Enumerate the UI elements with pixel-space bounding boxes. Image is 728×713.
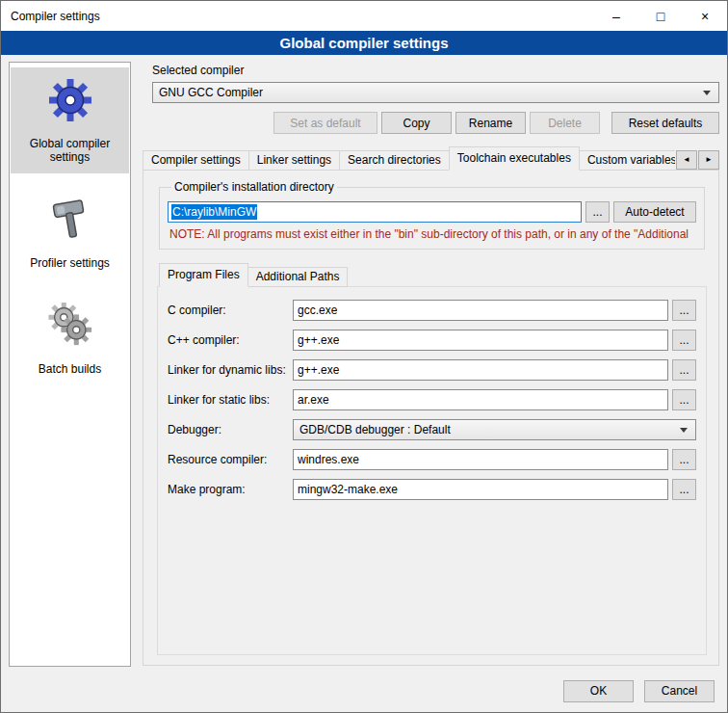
tab-toolchain-executables[interactable]: Toolchain executables (449, 146, 580, 171)
debugger-value: GDB/CDB debugger : Default (299, 423, 451, 436)
minimize-icon: – (612, 9, 620, 24)
cpp-compiler-label: C++ compiler: (168, 333, 293, 347)
c-compiler-browse-button[interactable]: ... (672, 300, 696, 321)
dialog-content: Global compiler settings Profiler settin… (1, 55, 727, 670)
installation-directory-row: C:\raylib\MinGW ... Auto-detect (168, 201, 696, 223)
cpp-compiler-input[interactable] (293, 330, 668, 351)
resource-compiler-input[interactable] (293, 449, 668, 470)
make-program-browse-button[interactable]: ... (672, 479, 696, 500)
tab-program-files[interactable]: Program Files (159, 263, 248, 287)
set-as-default-button: Set as default (273, 112, 377, 134)
selected-compiler-value: GNU GCC Compiler (159, 86, 263, 99)
bin-subdirectory-note: NOTE: All programs must exist either in … (169, 227, 694, 241)
linker-static-label: Linker for static libs: (168, 393, 293, 407)
field-row-make-program: Make program: ... (168, 479, 696, 500)
sidebar-item-batch-builds[interactable]: Batch builds (11, 293, 129, 385)
rename-button[interactable]: Rename (455, 112, 526, 134)
maximize-icon: □ (657, 9, 664, 24)
linker-static-browse-button[interactable]: ... (672, 389, 696, 410)
window-title: Compiler settings (1, 10, 100, 23)
main-panel: Selected compiler GNU GCC Compiler Set a… (143, 62, 719, 670)
close-icon: × (701, 9, 709, 24)
tab-additional-paths[interactable]: Additional Paths (247, 267, 349, 287)
field-row-debugger: Debugger: GDB/CDB debugger : Default (168, 419, 696, 440)
linker-dynamic-label: Linker for dynamic libs: (168, 363, 293, 377)
tab-strip: Compiler settings Linker settings Search… (143, 146, 675, 171)
tab-linker-settings[interactable]: Linker settings (248, 150, 340, 171)
selected-compiler-select[interactable]: GNU GCC Compiler (152, 82, 719, 103)
compiler-settings-window: Compiler settings – □ × Global compiler … (0, 0, 728, 713)
installation-directory-input[interactable]: C:\raylib\MinGW (168, 201, 582, 223)
arrow-left-icon: ◄ (683, 155, 690, 164)
linker-dynamic-input[interactable] (293, 359, 668, 381)
sidebar-item-label: Batch builds (39, 362, 101, 376)
gears-icon (47, 303, 93, 349)
auto-detect-button[interactable]: Auto-detect (613, 201, 696, 223)
c-compiler-label: C compiler: (168, 304, 293, 317)
resource-compiler-label: Resource compiler: (168, 453, 293, 466)
installation-directory-group: Compiler's installation directory C:\ray… (159, 180, 705, 250)
toolchain-executables-panel: Compiler's installation directory C:\ray… (143, 170, 719, 666)
field-row-linker-dynamic: Linker for dynamic libs: ... (168, 359, 696, 381)
sidebar-item-label: Global compiler settings (14, 137, 125, 164)
close-button[interactable]: × (683, 1, 727, 31)
tab-compiler-settings[interactable]: Compiler settings (143, 150, 249, 171)
chevron-down-icon (703, 91, 711, 95)
maximize-button[interactable]: □ (638, 1, 683, 31)
compiler-actions: Set as default Copy Rename Delete Reset … (143, 112, 719, 134)
installation-directory-group-label: Compiler's installation directory (171, 180, 337, 194)
installation-directory-browse-button[interactable]: ... (585, 201, 610, 223)
gear-icon (47, 77, 93, 123)
tab-custom-variables[interactable]: Custom variables (579, 150, 675, 171)
tab-bar: Compiler settings Linker settings Search… (143, 146, 719, 171)
installation-directory-value: C:\raylib\MinGW (171, 204, 257, 220)
sidebar-item-global-compiler-settings[interactable]: Global compiler settings (11, 67, 129, 173)
field-row-c-compiler: C compiler: ... (168, 300, 696, 321)
linker-dynamic-browse-button[interactable]: ... (672, 359, 696, 381)
tab-scroll-left-button[interactable]: ◄ (676, 150, 697, 170)
c-compiler-input[interactable] (293, 300, 668, 321)
arrow-right-icon: ► (705, 155, 713, 164)
field-row-linker-static: Linker for static libs: ... (168, 389, 696, 410)
minimize-button[interactable]: – (594, 1, 638, 31)
sidebar-item-profiler-settings[interactable]: Profiler settings (11, 187, 129, 279)
copy-button[interactable]: Copy (381, 112, 452, 134)
linker-static-input[interactable] (293, 389, 668, 410)
caption-buttons: – □ × (594, 1, 727, 31)
debugger-select[interactable]: GDB/CDB debugger : Default (293, 419, 696, 440)
program-files-tab-bar: Program Files Additional Paths (157, 263, 707, 287)
delete-button: Delete (530, 112, 600, 134)
titlebar[interactable]: Compiler settings – □ × (1, 1, 727, 31)
field-row-resource-compiler: Resource compiler: ... (168, 449, 696, 470)
tab-scroll-right-button[interactable]: ► (698, 150, 719, 170)
make-program-input[interactable] (293, 479, 668, 500)
sidebar-item-label: Profiler settings (30, 256, 110, 270)
tab-scroll-buttons: ◄ ► (676, 150, 719, 170)
make-program-label: Make program: (168, 483, 293, 496)
field-row-cpp-compiler: C++ compiler: ... (168, 330, 696, 351)
reset-defaults-button[interactable]: Reset defaults (611, 112, 719, 134)
profiler-tool-icon (47, 197, 93, 243)
page-title: Global compiler settings (1, 31, 727, 55)
cpp-compiler-browse-button[interactable]: ... (672, 330, 696, 351)
debugger-label: Debugger: (168, 423, 293, 436)
ok-button[interactable]: OK (563, 680, 634, 702)
tab-search-directories[interactable]: Search directories (339, 150, 450, 171)
program-files-panel: C compiler: ... C++ compiler: ... Linker… (157, 286, 707, 655)
resource-compiler-browse-button[interactable]: ... (672, 449, 696, 470)
selected-compiler-label: Selected compiler (152, 64, 719, 77)
chevron-down-icon (680, 428, 688, 433)
dialog-footer: OK Cancel (1, 670, 727, 712)
sidebar: Global compiler settings Profiler settin… (9, 62, 131, 667)
cancel-button[interactable]: Cancel (644, 680, 715, 702)
